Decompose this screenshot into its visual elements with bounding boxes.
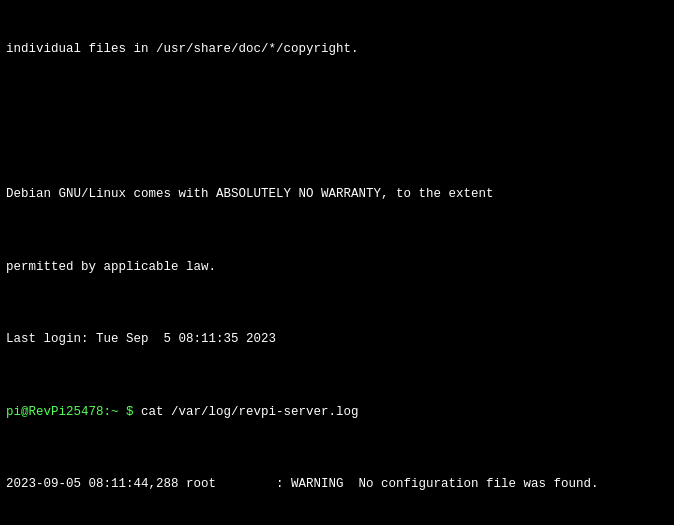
terminal-line: Last login: Tue Sep 5 08:11:35 2023 [6, 330, 668, 348]
terminal-prompt-line: pi@RevPi25478:~ $ cat /var/log/revpi-ser… [6, 403, 668, 421]
terminal-line: 2023-09-05 08:11:44,288 root : WARNING N… [6, 475, 668, 493]
terminal-line: individual files in /usr/share/doc/*/cop… [6, 40, 668, 58]
terminal-line: Debian GNU/Linux comes with ABSOLUTELY N… [6, 185, 668, 203]
prompt-text: pi@RevPi25478:~ $ [6, 405, 134, 419]
terminal-line [6, 113, 668, 131]
terminal-line: permitted by applicable law. [6, 258, 668, 276]
command-text: cat /var/log/revpi-server.log [134, 405, 359, 419]
terminal-window[interactable]: individual files in /usr/share/doc/*/cop… [0, 0, 674, 525]
